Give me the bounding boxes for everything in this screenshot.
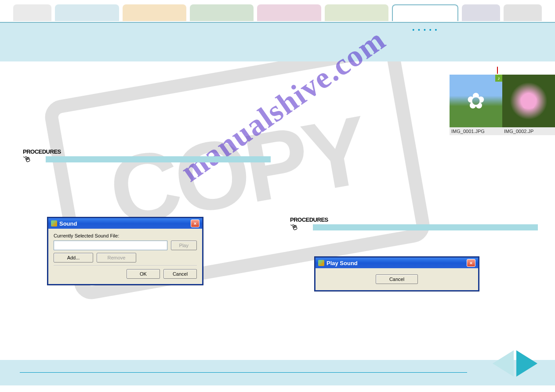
thumbnail-1[interactable]: ✿ ♪ IMG_0001.JPG [450, 75, 502, 135]
red-marker [497, 67, 498, 74]
thumbnail-1-name: IMG_0001.JPG [450, 127, 502, 135]
play-sound-title: Play Sound [326, 260, 358, 266]
sound-file-label: Currently Selected Sound File: [54, 233, 197, 238]
sound-badge-icon: ♪ [495, 75, 502, 82]
footer-band [0, 360, 555, 385]
procedures-bar [313, 224, 538, 230]
sound-titlebar[interactable]: Sound × [48, 218, 202, 229]
thumbnail-2[interactable]: ✿ IMG_0002.JP [502, 75, 555, 135]
flower-icon: ✿ [467, 88, 485, 114]
sound-dialog: Sound × Currently Selected Sound File: P… [47, 217, 203, 285]
tab-5[interactable] [257, 4, 321, 21]
prev-page-button[interactable] [493, 350, 514, 377]
sound-file-input[interactable] [54, 241, 167, 250]
cancel-button[interactable]: Cancel [376, 274, 418, 284]
tab-1[interactable] [13, 4, 51, 21]
tab-6[interactable] [325, 4, 388, 21]
cancel-button[interactable]: Cancel [163, 269, 197, 279]
tab-9[interactable] [504, 4, 542, 21]
remove-button[interactable]: Remove [97, 253, 136, 263]
sound-title: Sound [59, 220, 77, 227]
thumbnail-strip: ✿ ♪ IMG_0001.JPG ✿ IMG_0002.JP [450, 75, 555, 135]
header-band [0, 22, 555, 61]
thumbnail-2-name: IMG_0002.JP [502, 127, 555, 135]
next-page-button[interactable] [516, 350, 537, 377]
tab-8[interactable] [462, 4, 500, 21]
page-body: COPY manualshive.com ✿ ♪ IMG_0001.JPG ✿ … [0, 61, 555, 360]
tab-4[interactable] [190, 4, 254, 21]
app-icon [51, 220, 57, 227]
footer-line [20, 372, 467, 373]
app-icon [318, 260, 324, 266]
flower-icon: ✿ [519, 88, 538, 114]
procedures-label-1: PROCEDURES 🖱 [23, 148, 61, 164]
play-sound-dialog: Play Sound × Cancel [315, 257, 479, 291]
tab-2[interactable] [55, 4, 119, 21]
tab-3[interactable] [123, 4, 186, 21]
page-nav [493, 350, 537, 377]
procedures-label-2: PROCEDURES 🖱 [290, 216, 328, 232]
mouse-icon: 🖱 [22, 153, 33, 165]
play-button[interactable]: Play [171, 241, 197, 250]
procedures-bar [46, 156, 271, 162]
mouse-icon: 🖱 [289, 221, 301, 233]
close-icon[interactable]: × [467, 259, 475, 267]
ok-button[interactable]: OK [127, 269, 160, 279]
tab-bar [0, 0, 555, 21]
play-sound-titlebar[interactable]: Play Sound × [316, 258, 478, 268]
tab-7-active[interactable] [392, 4, 458, 21]
close-icon[interactable]: × [191, 219, 200, 227]
add-button[interactable]: Add... [54, 253, 93, 263]
